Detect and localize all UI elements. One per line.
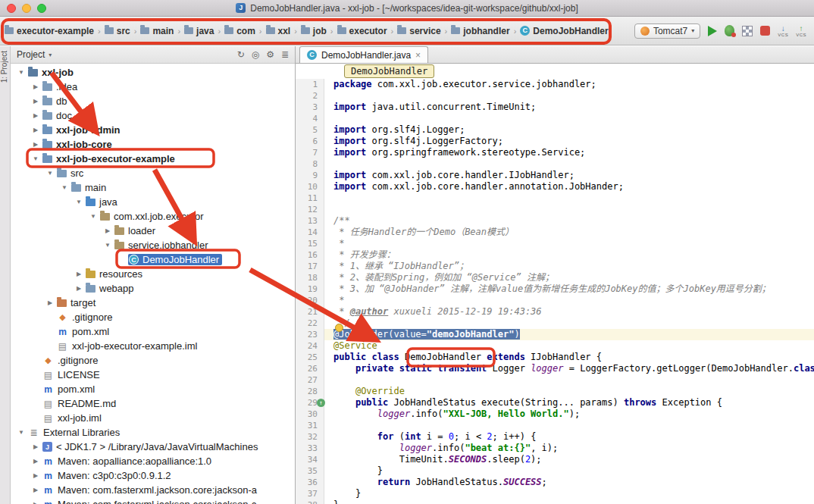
code-line-7[interactable]: 7import org.springframework.stereotype.S… <box>296 147 814 158</box>
code-line-38[interactable]: 38} <box>296 499 814 504</box>
code-line-14[interactable]: 14 * 任务Handler的一个Demo（Bean模式） <box>296 227 814 238</box>
tree-toggle-icon[interactable]: ▶ <box>30 112 42 119</box>
tree-toggle-icon[interactable]: ▼ <box>102 242 114 249</box>
code-line-21[interactable]: 21 * @author xuxueli 2015-12-19 19:43:36 <box>296 306 814 318</box>
tree-row-pom.xml[interactable]: mpom.xml <box>11 382 295 396</box>
tree-row-Maven-c3p0-c3p0-0.9.1.2[interactable]: ▶mMaven: c3p0:c3p0:0.9.1.2 <box>11 468 295 483</box>
code-line-9[interactable]: 9import com.xxl.job.core.handler.IJobHan… <box>296 170 814 181</box>
tree-row-External-Libraries[interactable]: ▼≣External Libraries <box>11 425 295 440</box>
tree-toggle-icon[interactable]: ▼ <box>15 69 27 76</box>
tree-toggle-icon[interactable]: ▶ <box>30 487 42 493</box>
tree-row-xxl-job-core[interactable]: ▶xxl-job-core <box>11 137 295 152</box>
project-tool-window-button[interactable]: 1: Project <box>0 51 11 83</box>
tree-row-.gitignore[interactable]: ◆.gitignore <box>11 353 295 368</box>
breadcrumb-item-main[interactable]: main <box>139 24 175 38</box>
intention-bulb-icon[interactable] <box>335 324 343 332</box>
tree-toggle-icon[interactable]: ▶ <box>44 299 56 306</box>
tree-toggle-icon[interactable]: ▶ <box>30 141 42 148</box>
code-editor[interactable]: 1package com.xxl.job.executor.service.jo… <box>296 79 814 504</box>
code-line-35[interactable]: 35 } <box>296 465 814 477</box>
breadcrumb-item-java[interactable]: java <box>183 24 215 38</box>
code-line-12[interactable]: 12 <box>296 204 814 215</box>
code-line-17[interactable]: 17 * 1、继承 “IJobHandler”； <box>296 261 814 272</box>
tree-row-xxl-job-executor-example.iml[interactable]: ▤xxl-job-executor-example.iml <box>11 339 295 353</box>
tree-row-webapp[interactable]: ▶webapp <box>11 281 295 296</box>
collapse-all-icon[interactable]: ≣ <box>281 49 289 60</box>
vcs-update-button[interactable]: ↓ VCS <box>778 25 788 37</box>
tree-row-README.md[interactable]: ▤README.md <box>11 396 295 411</box>
tree-toggle-icon[interactable]: ▼ <box>15 429 27 436</box>
code-line-1[interactable]: 1package com.xxl.job.executor.service.jo… <box>296 79 814 90</box>
tree-row-target[interactable]: ▶target <box>11 296 295 310</box>
code-line-25[interactable]: 25public class DemoJobHandler extends IJ… <box>296 352 814 363</box>
code-line-6[interactable]: 6import org.slf4j.LoggerFactory; <box>296 136 814 147</box>
tree-row-com.xxl.job.executor[interactable]: ▼com.xxl.job.executor <box>11 209 295 224</box>
code-line-23[interactable]: 23@JobHander(value="demoJobHandler") <box>296 329 814 340</box>
minimize-window-button[interactable] <box>22 4 31 13</box>
editor-tab[interactable]: C DemoJobHandler.java × <box>299 46 428 63</box>
code-line-15[interactable]: 15 * <box>296 238 814 249</box>
code-line-26[interactable]: 26 private static transient Logger logge… <box>296 363 814 374</box>
code-line-19[interactable]: 19 * 3、加 “@JobHander” 注解，注解value值为新增任务生成… <box>296 283 814 295</box>
breadcrumb-item-service[interactable]: service <box>396 24 442 38</box>
breadcrumb-item-executor-example[interactable]: executor-example <box>3 24 95 38</box>
code-line-4[interactable]: 4 <box>296 113 814 124</box>
tree-toggle-icon[interactable]: ▼ <box>30 155 42 162</box>
breadcrumb-item-xxl[interactable]: xxl <box>265 24 293 38</box>
tree-row-DemoJobHandler[interactable]: CDemoJobHandler <box>11 252 295 267</box>
code-line-27[interactable]: 27 <box>296 374 814 386</box>
tree-row-xxl-job[interactable]: ▼xxl-job <box>11 65 295 80</box>
vcs-commit-button[interactable]: ↑ VCS <box>796 25 806 37</box>
stop-button[interactable] <box>760 26 770 36</box>
tree-row-java[interactable]: ▼java <box>11 195 295 209</box>
settings-gear-icon[interactable]: ⚙ <box>266 49 274 60</box>
code-line-30[interactable]: 30 logger.info("XXL-JOB, Hello World."); <box>296 409 814 420</box>
tree-toggle-icon[interactable]: ▶ <box>30 458 42 465</box>
breadcrumb-item-com[interactable]: com <box>223 24 257 38</box>
tree-row-.idea[interactable]: ▶.idea <box>11 80 295 94</box>
code-line-28[interactable]: 28 @Override <box>296 386 814 397</box>
code-line-10[interactable]: 10import com.xxl.job.core.handler.annota… <box>296 181 814 193</box>
code-line-16[interactable]: 16 * 开发步骤： <box>296 249 814 261</box>
tree-row-loader[interactable]: ▶loader <box>11 224 295 238</box>
breadcrumb-item-jobhandler[interactable]: jobhandler <box>449 24 511 38</box>
code-line-2[interactable]: 2 <box>296 90 814 102</box>
tree-row-Maven-com.fasterxml.jackson.core-jackson-a[interactable]: ▶mMaven: com.fasterxml.jackson.core:jack… <box>11 483 295 497</box>
breadcrumb-item-src[interactable]: src <box>103 24 132 38</box>
tree-toggle-icon[interactable]: ▶ <box>30 443 42 450</box>
tree-row-pom.xml[interactable]: mpom.xml <box>11 324 295 339</box>
code-line-37[interactable]: 37 } <box>296 488 814 499</box>
tree-toggle-icon[interactable]: ▼ <box>73 199 85 205</box>
tree-toggle-icon[interactable]: ▼ <box>44 170 56 177</box>
tree-toggle-icon[interactable]: ▼ <box>87 213 99 220</box>
override-marker-icon[interactable]: ↑ <box>317 399 325 407</box>
tree-toggle-icon[interactable]: ▶ <box>102 227 114 234</box>
code-line-13[interactable]: 13/** <box>296 215 814 227</box>
tree-row-xxl-job-executor-example[interactable]: ▼xxl-job-executor-example <box>11 152 295 166</box>
code-line-31[interactable]: 31 <box>296 420 814 431</box>
tree-row-Maven-com.fasterxml.jackson.core-jackson-c[interactable]: ▶mMaven: com.fasterxml.jackson.core:jack… <box>11 497 295 504</box>
tree-row-LICENSE[interactable]: ▤LICENSE <box>11 368 295 382</box>
tree-row-main[interactable]: ▼main <box>11 180 295 195</box>
code-line-20[interactable]: 20 * <box>296 295 814 306</box>
tree-row-src[interactable]: ▼src <box>11 166 295 180</box>
breadcrumb-item-executor[interactable]: executor <box>336 24 389 38</box>
tree-toggle-icon[interactable]: ▼ <box>58 184 70 191</box>
code-line-34[interactable]: 34 TimeUnit.SECONDS.sleep(2); <box>296 454 814 465</box>
code-line-29[interactable]: 29 public JobHandleStatus execute(String… <box>296 397 814 409</box>
tree-row-xxl-job-admin[interactable]: ▶xxl-job-admin <box>11 123 295 137</box>
code-line-5[interactable]: 5import org.slf4j.Logger; <box>296 124 814 136</box>
code-line-36[interactable]: 36 return JobHandleStatus.SUCCESS; <box>296 477 814 488</box>
breadcrumb-item-DemoJobHandler[interactable]: CDemoJobHandler <box>518 24 609 38</box>
tree-row-Maven-aopalliance-aopalliance-1.0[interactable]: ▶mMaven: aopalliance:aopalliance:1.0 <box>11 454 295 468</box>
close-window-button[interactable] <box>7 4 16 13</box>
tree-row-.gitignore[interactable]: ◆.gitignore <box>11 310 295 324</box>
navigate-to-source-icon[interactable]: ◎ <box>252 49 259 60</box>
breadcrumb-item-job[interactable]: job <box>299 24 328 38</box>
code-line-3[interactable]: 3import java.util.concurrent.TimeUnit; <box>296 102 814 113</box>
tree-toggle-icon[interactable]: ▶ <box>30 98 42 105</box>
editor-breadcrumb-class-chip[interactable]: DemoJobHandler <box>344 64 434 78</box>
run-button[interactable] <box>708 26 717 36</box>
tree-row-xxl-job.iml[interactable]: ▤xxl-job.iml <box>11 411 295 425</box>
close-tab-icon[interactable]: × <box>415 50 421 61</box>
